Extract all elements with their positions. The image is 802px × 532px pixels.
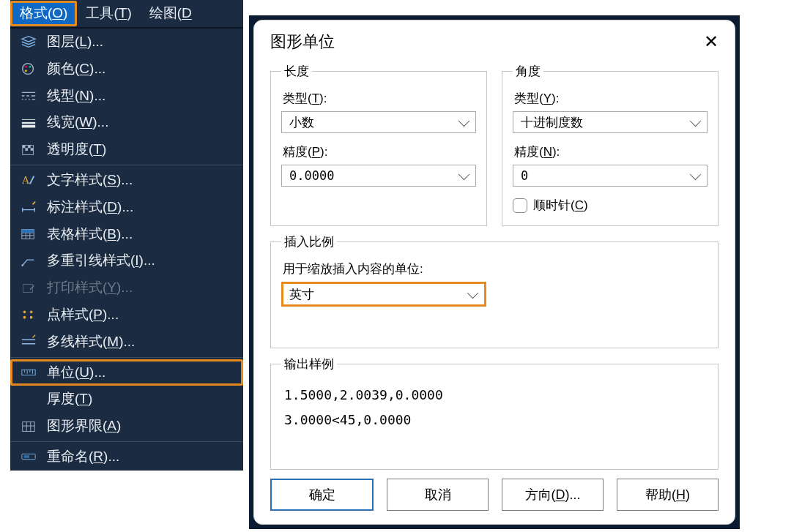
group-legend: 输出样例 (281, 356, 337, 372)
menuitem-tools[interactable]: 工具(T) (77, 1, 140, 26)
tablestyle-icon (19, 226, 38, 242)
direction-button[interactable]: 方向(D)... (502, 479, 604, 511)
menuitem-dimstyle[interactable]: 标注样式(D)... (10, 194, 243, 221)
thickness-icon (19, 391, 38, 408)
menuitem-lineweight[interactable]: 线宽(W)... (10, 109, 243, 136)
transparency-icon (19, 142, 38, 158)
layers-icon (19, 34, 38, 50)
angle-type-combo[interactable]: 十进制度数 (513, 111, 708, 133)
svg-text:A: A (22, 175, 30, 187)
checkbox-icon[interactable] (513, 198, 527, 213)
sample-line: 1.5000,2.0039,0.0000 (284, 383, 705, 408)
svg-point-1 (25, 66, 27, 68)
length-precision-label: 精度(P): (283, 143, 476, 160)
menuitem-rename[interactable]: 重命名(R)... (10, 443, 243, 471)
menuitem-mlinestyle[interactable]: 多线样式(M)... (10, 329, 243, 356)
svg-point-16 (23, 316, 26, 319)
menu-separator (10, 165, 243, 165)
group-angle: 角度 类型(Y): 十进制度数 精度(N): 0 (502, 63, 719, 226)
dialog-body: 长度 类型(T): 小数 精度(P): 0.0000 角度 (254, 59, 735, 470)
svg-point-12 (21, 264, 23, 266)
menuitem-label: 厚度(T) (47, 391, 92, 408)
units-icon (19, 364, 38, 381)
insert-scale-desc: 用于缩放插入内容的单位: (283, 261, 708, 277)
svg-rect-6 (28, 145, 31, 148)
svg-rect-11 (22, 230, 34, 233)
length-type-combo[interactable]: 小数 (281, 111, 476, 133)
angle-precision-combo[interactable]: 0 (513, 165, 708, 187)
sample-output: 1.5000,2.0039,0.0000 3.0000<45,0.0000 (281, 378, 708, 437)
lineweight-icon (19, 115, 38, 131)
menuitem-label: 表格样式(B)... (47, 226, 133, 243)
menuitem-textstyle[interactable]: A 文字样式(S)... (10, 167, 243, 194)
dimstyle-icon (19, 199, 38, 215)
menuitem-transparency[interactable]: 透明度(T) (10, 136, 243, 163)
svg-point-15 (30, 311, 33, 314)
menuitem-pointstyle[interactable]: 点样式(P)... (10, 301, 243, 329)
textstyle-icon: A (19, 172, 38, 188)
group-sample: 输出样例 1.5000,2.0039,0.0000 3.0000<45,0.00… (270, 356, 719, 471)
menuitem-mleaderstyle[interactable]: 多重引线样式(I)... (10, 247, 243, 274)
group-legend: 角度 (513, 63, 543, 80)
menu-separator (10, 441, 243, 442)
svg-rect-7 (25, 148, 28, 151)
drawing-units-dialog: 图形单位 ✕ 长度 类型(T): 小数 精度(P): 0.00 (253, 20, 735, 525)
menuitem-label: 多线样式(M)... (47, 334, 135, 351)
group-length: 长度 类型(T): 小数 精度(P): 0.0000 (270, 63, 487, 226)
menuitem-draw[interactable]: 绘图(D (141, 1, 201, 26)
mlinestyle-icon (19, 334, 38, 350)
length-type-label: 类型(T): (283, 90, 476, 107)
menuitem-label: 图形界限(A) (47, 418, 121, 435)
help-button[interactable]: 帮助(H) (617, 479, 719, 511)
cancel-button[interactable]: 取消 (387, 479, 489, 511)
menuitem-label: 线型(N)... (47, 88, 105, 105)
svg-point-17 (30, 316, 33, 319)
limits-icon (19, 419, 38, 435)
svg-rect-19 (23, 422, 35, 431)
menuitem-linetype[interactable]: 线型(N)... (10, 83, 243, 110)
menuitem-plotstyle: 打印样式(Y)... (10, 274, 243, 301)
clockwise-checkbox-row[interactable]: 顺时针(C) (513, 197, 708, 214)
ok-button[interactable]: 确定 (270, 479, 374, 511)
pointstyle-icon (19, 307, 38, 323)
menuitem-thickness[interactable]: 厚度(T) (10, 386, 243, 413)
menuitem-limits[interactable]: 图形界限(A) (10, 413, 243, 440)
format-dropdown: 图层(L)... 颜色(C)... 线型(N)... 线宽(W)... 透明度(… (10, 28, 243, 471)
svg-rect-21 (24, 456, 29, 459)
menuitem-label: 点样式(P)... (47, 307, 119, 323)
menu-bar: 格式(O) 工具(T) 绘图(D (10, 0, 243, 28)
menuitem-layer[interactable]: 图层(L)... (10, 29, 243, 56)
insert-units-combo[interactable]: 英寸 (281, 282, 486, 307)
close-icon[interactable]: ✕ (704, 33, 719, 50)
menuitem-label: 透明度(T) (47, 141, 106, 158)
svg-rect-8 (31, 148, 34, 151)
menuitem-label: 线宽(W)... (47, 114, 108, 131)
svg-rect-5 (23, 145, 26, 148)
mleader-icon (19, 253, 38, 269)
menu-separator (10, 357, 243, 358)
group-legend: 长度 (281, 63, 312, 80)
menuitem-units[interactable]: 单位(U)... (10, 359, 243, 386)
dialog-button-row: 确定 取消 方向(D)... 帮助(H) (254, 470, 735, 524)
palette-icon (19, 61, 38, 77)
menuitem-format[interactable]: 格式(O) (10, 1, 77, 27)
group-legend: 插入比例 (281, 233, 337, 250)
length-precision-combo[interactable]: 0.0000 (281, 165, 476, 187)
sample-line: 3.0000<45,0.0000 (284, 408, 705, 432)
menuitem-label: 重命名(R)... (47, 449, 119, 465)
menuitem-label: 标注样式(D)... (47, 199, 133, 216)
svg-point-3 (25, 70, 27, 72)
menuitem-label: 文字样式(S)... (47, 172, 133, 189)
menuitem-color[interactable]: 颜色(C)... (10, 56, 243, 83)
angle-precision-label: 精度(N): (514, 143, 708, 160)
dialog-frame: 图形单位 ✕ 长度 类型(T): 小数 精度(P): 0.00 (249, 15, 740, 529)
clockwise-label: 顺时针(C) (533, 197, 588, 214)
menuitem-label: 单位(U)... (47, 364, 105, 381)
dialog-title: 图形单位 (270, 31, 335, 53)
svg-point-2 (29, 66, 31, 68)
svg-rect-18 (22, 370, 35, 375)
dialog-titlebar: 图形单位 ✕ (254, 20, 735, 59)
menuitem-label: 打印样式(Y)... (47, 280, 133, 296)
menuitem-tablestyle[interactable]: 表格样式(B)... (10, 221, 243, 248)
svg-point-0 (23, 64, 34, 75)
